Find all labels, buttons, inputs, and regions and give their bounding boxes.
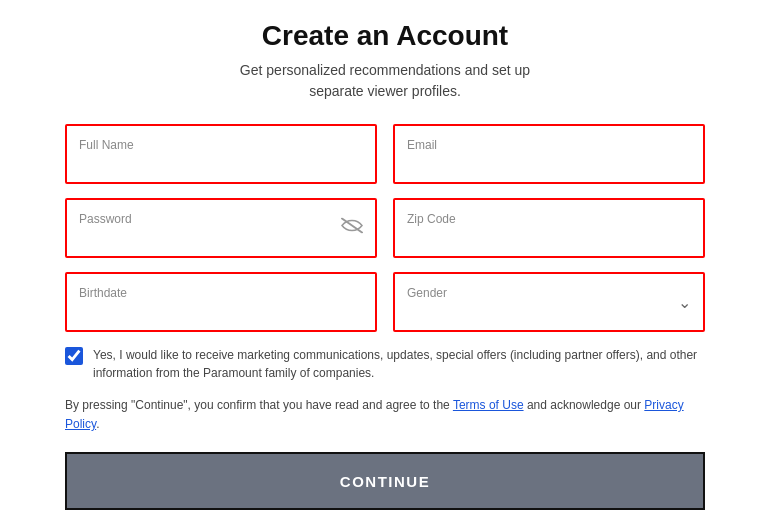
- email-input[interactable]: [407, 154, 691, 170]
- form-row-3: Birthdate Gender Male Female Non-binary …: [65, 272, 705, 332]
- form-row-1: Full Name Email: [65, 124, 705, 184]
- terms-suffix: .: [96, 417, 99, 431]
- full-name-input[interactable]: [79, 154, 363, 170]
- terms-middle: and acknowledge our: [524, 398, 645, 412]
- zip-code-input[interactable]: [407, 228, 691, 244]
- email-field: Email: [393, 124, 705, 184]
- birthdate-field: Birthdate: [65, 272, 377, 332]
- birthdate-input[interactable]: [79, 302, 363, 318]
- password-input[interactable]: [79, 228, 363, 244]
- marketing-checkbox-row: Yes, I would like to receive marketing c…: [65, 346, 705, 382]
- full-name-label: Full Name: [79, 138, 363, 152]
- eye-slash-icon[interactable]: [341, 218, 363, 239]
- gender-label: Gender: [407, 286, 691, 300]
- password-field: Password: [65, 198, 377, 258]
- terms-of-use-link[interactable]: Terms of Use: [453, 398, 524, 412]
- marketing-checkbox-label: Yes, I would like to receive marketing c…: [93, 346, 705, 382]
- form-row-2: Password Zip Code: [65, 198, 705, 258]
- email-label: Email: [407, 138, 691, 152]
- marketing-checkbox[interactable]: [65, 347, 83, 365]
- terms-row: By pressing "Continue", you confirm that…: [65, 396, 705, 434]
- gender-field: Gender Male Female Non-binary Prefer not…: [393, 272, 705, 332]
- full-name-field: Full Name: [65, 124, 377, 184]
- page-subtitle: Get personalized recommendations and set…: [65, 60, 705, 102]
- zip-code-field: Zip Code: [393, 198, 705, 258]
- zip-code-label: Zip Code: [407, 212, 691, 226]
- birthdate-label: Birthdate: [79, 286, 363, 300]
- terms-prefix: By pressing "Continue", you confirm that…: [65, 398, 453, 412]
- gender-select[interactable]: Male Female Non-binary Prefer not to say: [407, 302, 691, 318]
- continue-button[interactable]: CONTINUE: [65, 452, 705, 510]
- page-title: Create an Account: [65, 20, 705, 52]
- password-label: Password: [79, 212, 363, 226]
